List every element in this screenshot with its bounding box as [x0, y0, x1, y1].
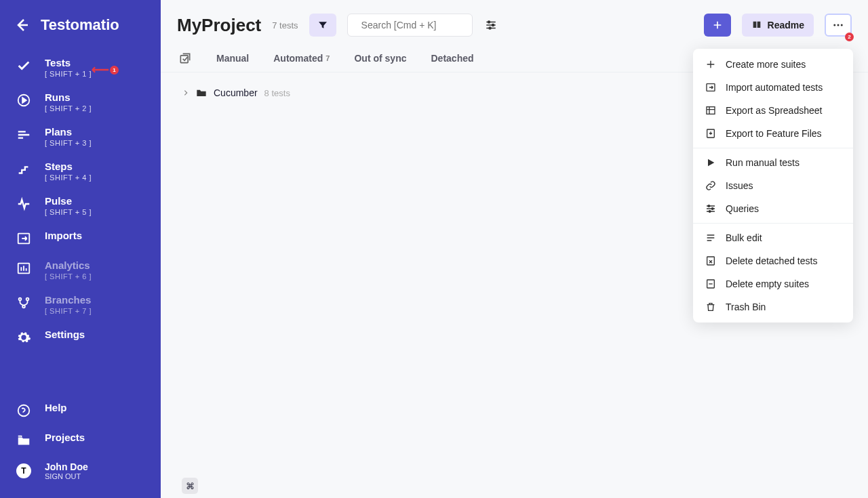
folder-icon — [196, 88, 207, 98]
user-name: John Doe — [45, 461, 88, 472]
menu-item-delete-empty-suites[interactable]: Delete empty suites — [693, 272, 853, 295]
sidebar-header: Testomatio — [0, 0, 161, 47]
sidebar-item-pulse[interactable]: Pulse[ SHIFT + 5 ] — [0, 188, 161, 223]
sidebar-item-runs[interactable]: Runs[ SHIFT + 2 ] — [0, 85, 161, 119]
tune-icon — [705, 203, 716, 214]
nav-shortcut: [ SHIFT + 5 ] — [45, 208, 92, 216]
menu-item-label: Create more suites — [726, 59, 806, 70]
sidebar-item-help[interactable]: Help — [0, 395, 161, 425]
tune-button[interactable] — [484, 18, 498, 33]
nav-shortcut: [ SHIFT + 6 ] — [45, 272, 92, 281]
search-input[interactable] — [361, 20, 480, 30]
pulse-icon — [16, 196, 31, 211]
nav-label: Help — [45, 402, 67, 413]
menu-item-trash-bin[interactable]: Trash Bin — [693, 295, 853, 318]
link-icon — [705, 180, 716, 191]
nav-label: Plans — [45, 126, 92, 138]
menu-item-label: Export to Feature Files — [726, 128, 822, 139]
nav-shortcut: [ SHIFT + 1 ] — [45, 70, 92, 78]
menu-item-create-more-suites[interactable]: Create more suites — [693, 53, 853, 76]
menu-item-label: Delete empty suites — [726, 278, 809, 289]
tab-manual[interactable]: Manual — [216, 53, 249, 64]
svg-point-10 — [489, 27, 491, 29]
sidebar-item-imports[interactable]: Imports — [0, 223, 161, 253]
sidebar-item-plans[interactable]: Plans[ SHIFT + 3 ] — [0, 119, 161, 154]
add-button[interactable] — [704, 14, 731, 37]
svg-point-18 — [708, 205, 710, 207]
menu-item-export-to-feature-files[interactable]: Export to Feature Files — [693, 122, 853, 145]
menu-item-run-manual-tests[interactable]: Run manual tests — [693, 151, 853, 174]
export-file-icon — [705, 128, 716, 139]
signout-link[interactable]: SIGN OUT — [45, 472, 88, 480]
svg-rect-14 — [180, 56, 188, 63]
folder-name: Cucumber — [214, 87, 258, 98]
avatar: T — [16, 463, 31, 478]
cmd-key-badge[interactable]: ⌘ — [182, 478, 198, 494]
menu-item-issues[interactable]: Issues — [693, 174, 853, 197]
nav-shortcut: [ SHIFT + 2 ] — [45, 104, 92, 112]
import-icon — [16, 231, 31, 246]
filter-button[interactable] — [309, 14, 336, 37]
sidebar-item-projects[interactable]: Projects — [0, 425, 161, 455]
menu-item-label: Trash Bin — [726, 302, 766, 312]
svg-point-20 — [709, 211, 711, 213]
sidebar-item-analytics[interactable]: Analytics[ SHIFT + 6 ] — [0, 253, 161, 287]
menu-item-label: Delete detached tests — [726, 255, 817, 266]
tab-automated[interactable]: Automated7 — [273, 53, 330, 64]
nav-label: Branches — [45, 294, 92, 306]
user-row[interactable]: TJohn DoeSIGN OUT — [0, 455, 161, 487]
trash-icon — [705, 302, 716, 312]
list-icon — [705, 232, 716, 243]
book-icon — [751, 20, 762, 30]
topbar: MyProject 7 tests Readme — [161, 0, 868, 45]
sidebar-bottom: HelpProjectsTJohn DoeSIGN OUT — [0, 395, 161, 498]
tab-label: Detached — [431, 53, 474, 64]
nav-label: Steps — [45, 161, 92, 172]
nav-label: Pulse — [45, 195, 92, 207]
menu-item-delete-detached-tests[interactable]: Delete detached tests — [693, 249, 853, 272]
menu-item-queries[interactable]: Queries — [693, 197, 853, 220]
tab-label: Out of sync — [354, 53, 406, 64]
svg-point-4 — [26, 298, 29, 301]
import-icon — [705, 82, 716, 93]
svg-rect-21 — [707, 257, 715, 265]
svg-point-13 — [841, 24, 843, 26]
tab-label: Manual — [216, 53, 249, 64]
svg-point-3 — [19, 298, 22, 301]
tab-out-of-sync[interactable]: Out of sync — [354, 53, 406, 64]
svg-rect-16 — [707, 107, 715, 115]
search-input-wrapper[interactable] — [347, 14, 473, 37]
menu-item-label: Export as Spreadsheet — [726, 105, 822, 116]
menu-item-bulk-edit[interactable]: Bulk edit — [693, 226, 853, 249]
svg-point-19 — [711, 208, 713, 210]
readme-button[interactable]: Readme — [742, 14, 814, 37]
check-icon — [16, 58, 31, 73]
sidebar-item-steps[interactable]: Steps[ SHIFT + 4 ] — [0, 154, 161, 188]
plus-icon — [705, 59, 716, 70]
readme-label: Readme — [768, 20, 804, 30]
sidebar-item-settings[interactable]: Settings — [0, 322, 161, 352]
test-count: 7 tests — [272, 20, 298, 30]
more-icon — [832, 19, 844, 31]
projects-icon — [16, 433, 31, 448]
nav-label: Projects — [45, 432, 85, 443]
nav: Tests[ SHIFT + 1 ] Runs[ SHIFT + 2 ] Pla… — [0, 47, 161, 395]
chevron-right-icon[interactable] — [182, 89, 189, 96]
nav-label: Runs — [45, 91, 92, 103]
nav-label: Analytics — [45, 260, 92, 271]
menu-item-label: Import automated tests — [726, 82, 823, 93]
menu-item-label: Bulk edit — [726, 232, 762, 243]
menu-item-import-automated-tests[interactable]: Import automated tests — [693, 76, 853, 99]
more-button[interactable] — [825, 14, 852, 37]
sidebar-item-tests[interactable]: Tests[ SHIFT + 1 ] — [0, 50, 161, 85]
tab-detached[interactable]: Detached — [431, 53, 474, 64]
menu-item-export-as-spreadsheet[interactable]: Export as Spreadsheet — [693, 99, 853, 122]
steps-icon — [16, 162, 31, 177]
delete-empty-icon — [705, 278, 716, 289]
sidebar-item-branches[interactable]: Branches[ SHIFT + 7 ] — [0, 287, 161, 322]
plans-icon — [16, 127, 31, 142]
project-title: MyProject — [177, 15, 261, 36]
sidebar: Testomatio Tests[ SHIFT + 1 ] Runs[ SHIF… — [0, 0, 161, 498]
back-arrow-icon[interactable] — [14, 17, 30, 33]
layers-icon[interactable] — [178, 51, 192, 65]
